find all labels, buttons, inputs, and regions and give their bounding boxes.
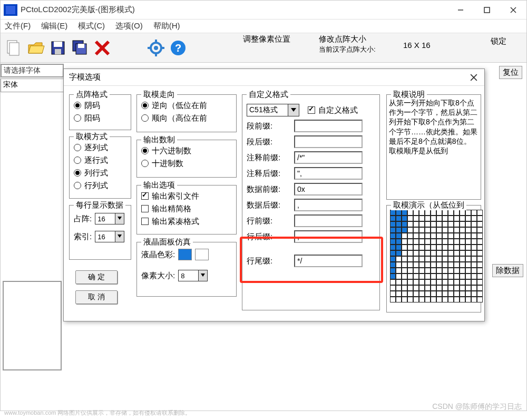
save-all-icon[interactable] — [69, 37, 91, 59]
matrix-format-group: 点阵格式 阴码 阳码 — [69, 94, 131, 130]
settings-icon[interactable] — [145, 37, 167, 59]
extract-mode-opt2[interactable]: 逐行式 — [74, 154, 126, 167]
app-icon — [4, 4, 17, 16]
reset-button[interactable]: 复位 — [499, 66, 522, 79]
font-options-dialog: 字模选项 点阵格式 阴码 阳码 取模走向 逆向（低位在前 顺向（高位在前 取模方… — [63, 69, 485, 321]
svg-text:?: ? — [175, 42, 181, 54]
pixel-grid — [390, 210, 477, 302]
new-icon[interactable] — [3, 37, 25, 59]
extract-mode-opt3[interactable]: 列行式 — [74, 167, 126, 179]
per-line-v1[interactable]: 16 — [95, 213, 124, 224]
chevron-down-icon — [118, 235, 122, 238]
radio-icon — [141, 114, 149, 122]
cancel-button[interactable]: 取 消 — [75, 290, 118, 304]
per-line-v2[interactable]: 16 — [95, 231, 124, 242]
ok-button[interactable]: 确 定 — [75, 270, 118, 284]
output-opt3[interactable]: 输出紧凑格式 — [141, 215, 232, 228]
extract-dir-title: 取模走向 — [141, 90, 177, 100]
seg-suf-input[interactable] — [294, 135, 363, 148]
output-base-opt2[interactable]: 十进制数 — [141, 157, 232, 170]
menu-mode[interactable]: 模式(C) — [78, 21, 105, 31]
toolbar: ? 调整像素位置 修改点阵大小 当前汉字点阵大小: 16 X 16 锁定 — [1, 33, 526, 63]
extract-mode-group: 取模方式 逐列式 逐行式 列行式 行列式 — [69, 136, 131, 199]
matrix-format-opt2[interactable]: 阳码 — [74, 112, 126, 124]
data-pre-input[interactable] — [294, 183, 363, 196]
title-bar: PCtoLCD2002完美版-(图形模式) — [1, 1, 526, 19]
modify-matrix-label: 修改点阵大小 — [319, 34, 366, 44]
menu-options[interactable]: 选项(O) — [115, 21, 143, 31]
maximize-button[interactable] — [474, 1, 500, 19]
open-icon[interactable] — [25, 37, 47, 59]
lcd-color-swatch[interactable] — [178, 249, 192, 260]
line-pre-input[interactable] — [294, 214, 363, 227]
output-opts-title: 输出选项 — [141, 180, 177, 190]
output-area[interactable] — [3, 281, 62, 370]
lcd-size-select[interactable]: 8 — [178, 270, 208, 281]
font-select[interactable]: 宋体 — [1, 79, 64, 92]
output-opt1[interactable]: 输出索引文件 — [141, 190, 232, 202]
extract-dir-opt2[interactable]: 顺向（高位在前 — [141, 112, 232, 124]
line-suf-label: 行后缀: — [247, 232, 291, 242]
data-pre-label: 数据前缀: — [247, 184, 291, 194]
matrix-format-opt1[interactable]: 阴码 — [74, 99, 126, 112]
window-title: PCtoLCD2002完美版-(图形模式) — [21, 5, 135, 15]
svg-rect-11 — [78, 44, 84, 48]
dialog-title-bar: 字模选项 — [64, 69, 484, 86]
checkbox-icon — [141, 192, 149, 200]
dialog-close-icon[interactable] — [469, 72, 479, 83]
font-select-label: 请选择字体 — [1, 64, 64, 77]
line-pre-label: 行前缀: — [247, 216, 291, 226]
dialog-title: 字模选项 — [69, 72, 101, 82]
minimize-button[interactable] — [447, 1, 474, 19]
seg-suf-label: 段后缀: — [247, 137, 291, 147]
extract-dir-opt1[interactable]: 逆向（低位在前 — [141, 99, 232, 112]
line-suf-input[interactable] — [294, 230, 363, 243]
desc-title: 取模说明 — [391, 90, 427, 100]
radio-icon — [141, 102, 149, 109]
line-tail-input[interactable] — [294, 255, 363, 267]
data-suf-label: 数据后缀: — [247, 200, 291, 210]
svg-point-15 — [154, 46, 158, 50]
delete-icon[interactable] — [91, 37, 113, 59]
lock-label[interactable]: 锁定 — [491, 36, 506, 46]
seg-pre-input[interactable] — [294, 120, 363, 132]
seg-pre-label: 段前缀: — [247, 121, 291, 131]
window-controls — [447, 1, 526, 19]
radio-icon — [74, 144, 81, 151]
svg-rect-7 — [54, 42, 62, 47]
help-icon[interactable]: ? — [167, 37, 189, 59]
menu-file[interactable]: 文件(F) — [5, 21, 31, 31]
custom-fmt-title: 自定义格式 — [247, 90, 290, 100]
extract-mode-opt4[interactable]: 行列式 — [74, 179, 126, 192]
checkbox-icon — [141, 218, 149, 225]
radio-icon — [74, 169, 81, 177]
matrix-dims: 16 X 16 — [403, 41, 431, 50]
left-panel: 请选择字体 宋体 — [1, 64, 64, 92]
current-matrix-label: 当前汉字点阵大小: — [319, 45, 376, 54]
extract-mode-opt1[interactable]: 逐列式 — [74, 141, 126, 154]
data-suf-input[interactable] — [294, 199, 363, 211]
adjust-pixel-label: 调整像素位置 — [243, 34, 290, 44]
chevron-down-icon — [118, 217, 122, 220]
line-tail-label: 行尾缀: — [247, 256, 291, 266]
lcd-size-label: 像素大小: — [141, 271, 175, 281]
per-line-lbl2: 索引: — [74, 232, 92, 242]
chevron-down-icon — [201, 274, 205, 277]
clear-data-button[interactable]: 除数据 — [492, 264, 523, 277]
radio-icon — [141, 147, 149, 154]
lcd-color-label: 液晶色彩: — [141, 250, 175, 260]
menu-help[interactable]: 帮助(H) — [153, 21, 180, 31]
save-icon[interactable] — [47, 37, 69, 59]
output-base-opt1[interactable]: 十六进制数 — [141, 144, 232, 157]
cmt-suf-label: 注释后缀: — [247, 169, 291, 179]
lcd-bg-swatch[interactable] — [195, 249, 209, 260]
menu-edit[interactable]: 编辑(E) — [41, 21, 67, 31]
output-opt2[interactable]: 输出精简格 — [141, 202, 232, 215]
svg-rect-8 — [55, 49, 61, 54]
per-line-title: 每行显示数据 — [74, 200, 125, 210]
cmt-suf-input[interactable] — [294, 167, 363, 180]
close-button[interactable] — [500, 1, 526, 19]
checkbox-icon[interactable] — [308, 106, 315, 114]
format-select[interactable]: C51格式 — [247, 104, 299, 116]
cmt-pre-input[interactable] — [294, 151, 363, 164]
